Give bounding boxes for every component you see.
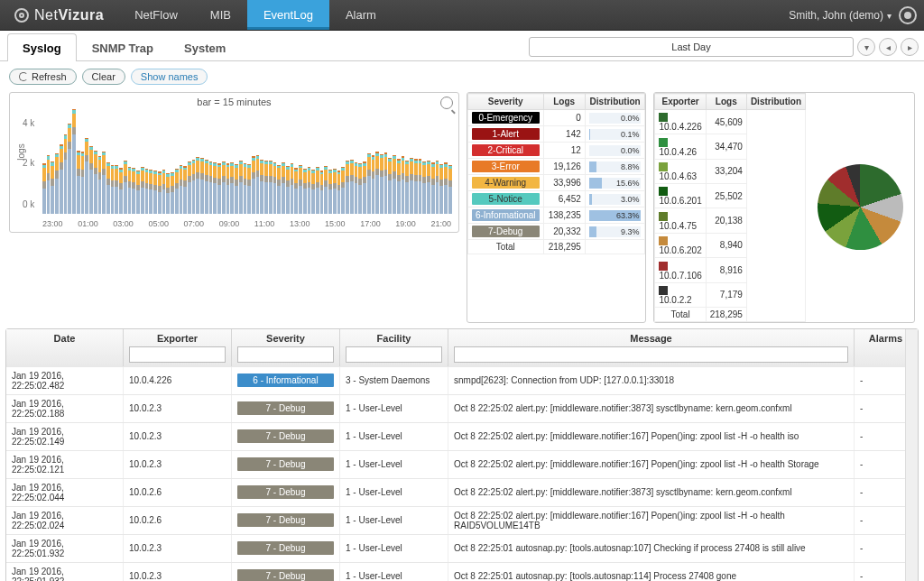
severity-badge: 2-Critical [472,144,540,156]
grid-col-date[interactable]: Date [6,329,124,366]
cell: 1 - User-Level [340,423,448,450]
cell: 10.0.2.3 [124,535,232,562]
clear-button[interactable]: Clear [82,69,125,85]
cell: snmpd[2623]: Connection from UDP: [127.0… [448,367,855,394]
tab-snmp-trap[interactable]: SNMP Trap [77,33,169,61]
severity-table: SeverityLogsDistribution0-Emergency00.0%… [467,92,647,323]
cell: Jan 19 2016, 22:25:02.044 [6,479,124,506]
nav-alarm[interactable]: Alarm [329,0,393,30]
x-tick: 03:00 [113,219,134,228]
table-row[interactable]: Jan 19 2016, 22:25:01.93210.0.2.37 - Deb… [6,562,918,581]
cell: Oct 8 22:25:01 autosnap.py: [tools.autos… [448,563,855,581]
cell: Oct 8 22:25:02 alert.py: [middleware.not… [448,423,855,450]
next-range-icon[interactable]: ▸ [901,38,919,56]
x-ticks: 23:0001:0003:0005:0007:0009:0011:0013:00… [42,219,451,228]
col-header[interactable]: Logs [543,94,585,110]
table-row[interactable]: Jan 19 2016, 22:25:01.93210.0.2.37 - Deb… [6,534,918,562]
nav-netflow[interactable]: NetFlow [118,0,194,30]
cell: 10.0.2.3 [124,423,232,450]
x-tick: 09:00 [219,219,240,228]
severity-badge: 3-Error [472,161,540,172]
cell: 1 - User-Level [340,535,448,562]
cell: 10.0.2.3 [124,451,232,478]
x-tick: 07:00 [184,219,205,228]
filter-input[interactable] [454,346,848,363]
settings-gear-icon[interactable] [899,6,917,24]
cell: Oct 8 22:25:02 alert.py: [middleware.not… [448,395,855,422]
sub-toolbar: SyslogSNMP TrapSystem Last Day ▾ ◂ ▸ [0,31,924,61]
cell: 1 - User-Level [340,451,448,478]
logo-text-1: Net [34,7,58,23]
table-row[interactable]: Jan 19 2016, 22:25:02.12110.0.2.37 - Deb… [6,450,918,478]
cell: Oct 8 22:25:01 autosnap.py: [tools.autos… [448,535,855,562]
grid-col-facility[interactable]: Facility [340,329,448,366]
timeline-chart[interactable]: bar = 15 minutes logs 4 k 2 k 0 k 23:000… [9,92,459,233]
app-logo: NetVizura [0,0,118,30]
table-row[interactable]: Jan 19 2016, 22:25:02.14910.0.2.37 - Deb… [6,422,918,450]
dropdown-icon[interactable]: ▾ [857,38,875,56]
cell: Jan 19 2016, 22:25:02.121 [6,451,124,478]
severity-row[interactable]: 4-Warning33,99615.6% [467,175,645,191]
grid-col-message[interactable]: Message [448,329,855,366]
user-menu[interactable]: Smith, John (demo) [789,9,892,22]
cell-severity: 7 - Debug [232,563,340,581]
filter-input[interactable] [346,346,442,363]
prev-range-icon[interactable]: ◂ [879,38,897,56]
top-nav: NetVizura NetFlowMIBEventLogAlarm Smith,… [0,0,924,31]
date-range-picker[interactable]: Last Day [529,37,854,57]
log-grid: DateExporterSeverityFacilityMessageAlarm… [5,328,919,581]
cell: Jan 19 2016, 22:25:02.188 [6,395,124,422]
primary-nav: NetFlowMIBEventLogAlarm [118,0,393,30]
severity-row[interactable]: 7-Debug20,3329.3% [467,224,645,240]
severity-row[interactable]: 6-Informational138,23563.3% [467,208,645,224]
nav-eventlog[interactable]: EventLog [247,0,329,30]
severity-total: Total218,295 [467,240,645,254]
tab-syslog[interactable]: Syslog [7,33,77,61]
filter-input[interactable] [237,346,334,363]
col-header[interactable]: Distribution [585,94,645,110]
refresh-icon [19,72,28,81]
severity-badge: 0-Emergency [472,112,540,124]
table-row[interactable]: Jan 19 2016, 22:25:02.04410.0.2.67 - Deb… [6,478,918,506]
severity-badge: 5-Notice [472,193,540,205]
severity-badge: 7-Debug [472,226,540,237]
exporter-row[interactable]: 10.0.4.22645,609 [655,110,806,134]
filter-input[interactable] [129,346,226,363]
refresh-button[interactable]: Refresh [9,69,77,85]
color-swatch-icon [659,262,668,271]
cell: 10.0.2.3 [124,395,232,422]
col-header[interactable]: Logs [706,94,746,110]
col-header[interactable]: Severity [467,94,543,110]
x-tick: 23:00 [42,219,63,228]
severity-row[interactable]: 3-Error19,1268.8% [467,159,645,175]
cell: 10.0.2.3 [124,563,232,581]
severity-row[interactable]: 0-Emergency00.0% [467,110,645,126]
severity-row[interactable]: 5-Notice6,4523.0% [467,191,645,208]
pie-icon [818,164,903,250]
cell: Jan 19 2016, 22:25:01.932 [6,535,124,562]
col-header[interactable]: Distribution [746,94,805,110]
show-names-button[interactable]: Show names [131,69,208,85]
nav-mib[interactable]: MIB [194,0,247,30]
table-row[interactable]: Jan 19 2016, 22:25:02.02410.0.2.67 - Deb… [6,506,918,534]
x-tick: 01:00 [78,219,98,228]
table-row[interactable]: Jan 19 2016, 22:25:02.48210.0.4.2266 - I… [6,366,918,394]
grid-col-exporter[interactable]: Exporter [124,329,232,366]
severity-row[interactable]: 1-Alert1420.1% [467,126,645,143]
col-header[interactable]: Exporter [655,94,706,110]
refresh-label: Refresh [32,71,67,82]
zoom-icon[interactable] [440,97,453,109]
x-tick: 05:00 [148,219,169,228]
table-row[interactable]: Jan 19 2016, 22:25:02.18810.0.2.37 - Deb… [6,394,918,422]
tab-system[interactable]: System [169,33,241,61]
cell-severity: 7 - Debug [232,507,340,534]
cell: Oct 8 22:25:02 alert.py: [middleware.not… [448,451,855,478]
severity-pill: 7 - Debug [237,513,334,527]
logo-text-2: Vizura [58,7,104,23]
scrollbar[interactable] [905,329,918,581]
severity-row[interactable]: 2-Critical120.0% [467,143,645,159]
cell: 3 - System Daemons [340,367,448,394]
cell: 1 - User-Level [340,479,448,506]
grid-col-severity[interactable]: Severity [232,329,340,366]
cell: 1 - User-Level [340,395,448,422]
